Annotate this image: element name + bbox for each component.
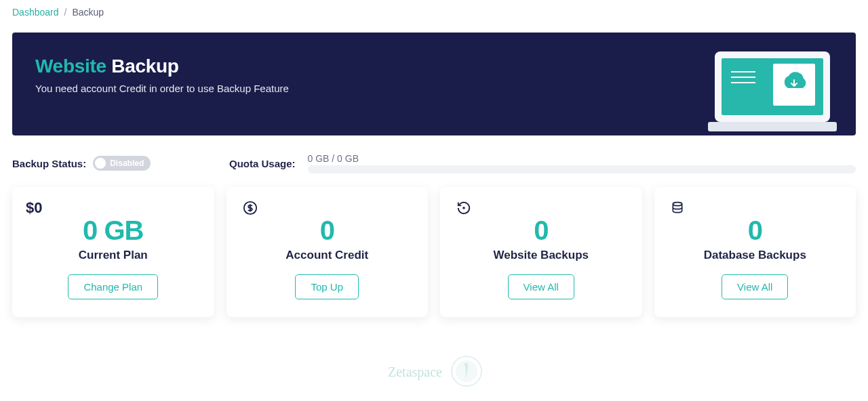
dollar-circle-icon (243, 200, 258, 218)
database-backups-value: 0 (667, 215, 844, 246)
website-backups-card-title: Website Backups (452, 249, 630, 262)
watermark-text: Zetaspace (388, 364, 442, 380)
card-database-backups: 0 Database Backups View All (654, 187, 856, 317)
page-title-accent: Website (35, 56, 106, 77)
restore-icon (456, 200, 471, 218)
change-plan-button[interactable]: Change Plan (68, 274, 158, 299)
database-backups-card-title: Database Backups (667, 249, 844, 262)
plan-card-title: Current Plan (24, 249, 202, 262)
watermark: Zetaspace (0, 337, 868, 401)
breadcrumb-dashboard-link[interactable]: Dashboard (12, 7, 59, 18)
toggle-knob (95, 158, 106, 169)
card-current-plan: $0 0 GB Current Plan Change Plan (12, 187, 214, 317)
hero-banner: Website Backup You need account Credit i… (12, 33, 856, 135)
quota-usage-text: 0 GB / 0 GB (308, 153, 856, 164)
database-icon (671, 200, 684, 218)
credit-value: 0 (239, 215, 416, 246)
cards-grid: $0 0 GB Current Plan Change Plan 0 Accou… (0, 187, 868, 337)
svg-rect-2 (708, 122, 837, 131)
status-row: Backup Status: Disabled Quota Usage: 0 G… (0, 135, 868, 187)
plan-price-badge: $0 (26, 199, 42, 217)
website-backups-value: 0 (452, 215, 630, 246)
top-up-button[interactable]: Top Up (295, 274, 359, 299)
breadcrumb: Dashboard / Backup (0, 0, 868, 24)
svg-point-9 (673, 203, 682, 206)
svg-point-8 (462, 207, 465, 209)
view-all-database-backups-button[interactable]: View All (722, 274, 788, 299)
breadcrumb-separator: / (64, 7, 67, 18)
credit-card-title: Account Credit (239, 249, 416, 262)
backup-status-label: Backup Status: (12, 158, 86, 169)
toggle-text: Disabled (110, 159, 144, 168)
card-account-credit: 0 Account Credit Top Up (226, 187, 429, 317)
quota-usage-bar (308, 165, 856, 173)
quota-usage-label: Quota Usage: (229, 158, 296, 169)
card-website-backups: 0 Website Backups View All (440, 187, 642, 317)
page-title-rest: Backup (111, 56, 178, 77)
plan-value: 0 GB (24, 215, 202, 246)
backup-status-toggle[interactable]: Disabled (93, 156, 151, 171)
laptop-illustration (708, 49, 837, 135)
breadcrumb-current: Backup (72, 7, 104, 18)
view-all-website-backups-button[interactable]: View All (508, 274, 574, 299)
